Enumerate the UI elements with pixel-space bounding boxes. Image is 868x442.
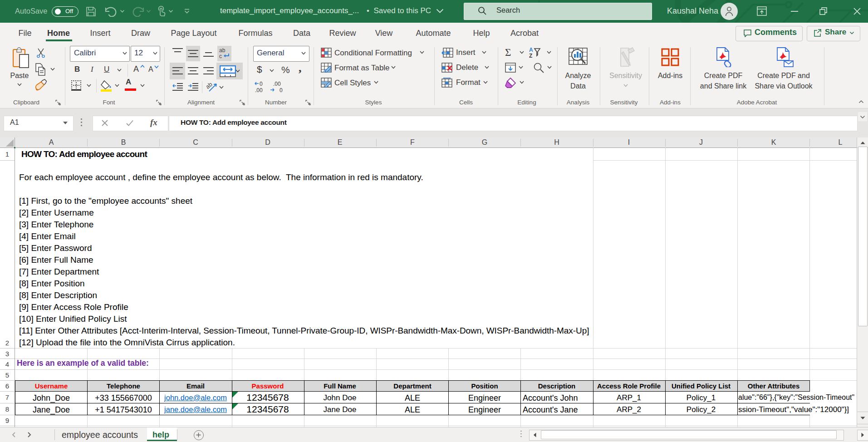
svg-text:0: 0 [280, 87, 283, 93]
svg-text:A: A [529, 47, 533, 53]
svg-text:ab: ab [219, 47, 226, 54]
svg-text:.00: .00 [255, 87, 263, 93]
svg-text:c: c [219, 53, 222, 59]
svg-text:.00: .00 [273, 81, 281, 87]
svg-text:ab: ab [206, 81, 214, 90]
svg-text:Z: Z [529, 53, 532, 59]
svg-text:0: 0 [260, 81, 263, 87]
